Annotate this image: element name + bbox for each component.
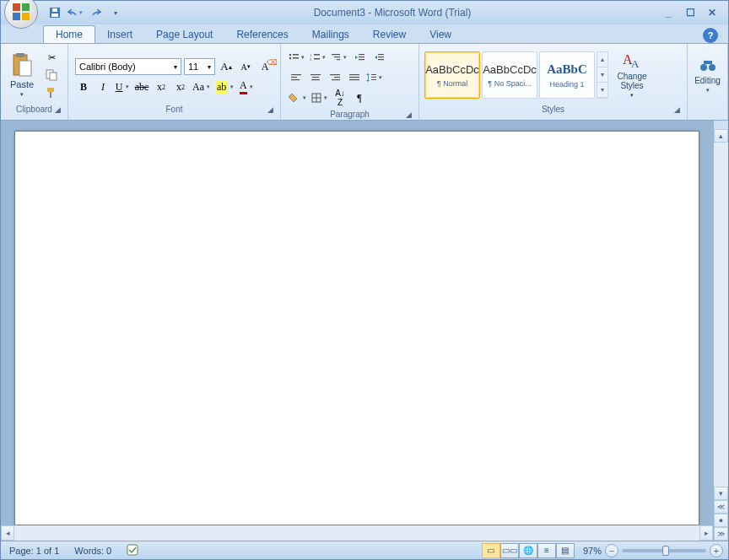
- underline-button[interactable]: U: [114, 78, 131, 95]
- view-outline-icon[interactable]: ≡: [537, 543, 556, 558]
- multilevel-list-icon[interactable]: [330, 49, 348, 66]
- office-button[interactable]: [4, 0, 38, 29]
- svg-rect-47: [371, 79, 376, 80]
- hscroll-left-icon[interactable]: ◂: [1, 525, 14, 541]
- undo-icon[interactable]: ▾: [67, 4, 84, 21]
- view-full-reading-icon[interactable]: ▭▭: [500, 543, 519, 558]
- tab-insert[interactable]: Insert: [95, 26, 144, 43]
- align-left-icon[interactable]: [288, 69, 305, 86]
- font-label: Font: [165, 105, 182, 114]
- svg-point-54: [709, 64, 716, 71]
- save-icon[interactable]: [46, 4, 63, 21]
- status-page[interactable]: Page: 1 of 1: [6, 546, 62, 556]
- line-spacing-icon[interactable]: [365, 69, 384, 86]
- svg-rect-29: [378, 54, 384, 55]
- zoom-in-icon[interactable]: +: [710, 544, 723, 557]
- prev-page-icon[interactable]: ≪: [714, 500, 728, 514]
- font-launcher-icon[interactable]: ◢: [265, 105, 275, 116]
- svg-rect-33: [291, 77, 297, 78]
- tab-review[interactable]: Review: [361, 26, 418, 43]
- styles-expand-icon[interactable]: ▾: [597, 83, 608, 98]
- status-words[interactable]: Words: 0: [71, 546, 115, 556]
- redo-icon[interactable]: [87, 4, 104, 21]
- tab-page-layout[interactable]: Page Layout: [144, 26, 224, 43]
- zoom-thumb[interactable]: [662, 546, 669, 556]
- styles-scroll-down-icon[interactable]: ▾: [597, 67, 608, 83]
- style-normal[interactable]: AaBbCcDc¶ Normal: [424, 51, 480, 99]
- font-name-combo[interactable]: Calibri (Body)▾: [75, 58, 181, 75]
- document-page[interactable]: [14, 131, 699, 525]
- cut-icon[interactable]: ✂: [43, 50, 60, 65]
- svg-rect-35: [310, 74, 321, 75]
- decrease-indent-icon[interactable]: [351, 49, 368, 66]
- svg-rect-4: [22, 13, 30, 20]
- zoom-level[interactable]: 97%: [583, 546, 602, 556]
- font-color-button[interactable]: A: [238, 78, 255, 95]
- subscript-button[interactable]: x2: [153, 78, 170, 95]
- split-handle[interactable]: [714, 121, 728, 129]
- change-case-button[interactable]: Aa: [192, 78, 212, 95]
- zoom-slider[interactable]: [622, 549, 706, 552]
- editing-label: Editing: [694, 76, 721, 85]
- highlight-button[interactable]: ab: [214, 78, 235, 95]
- minimize-icon[interactable]: _: [661, 6, 676, 19]
- style-heading-1[interactable]: AaBbCHeading 1: [539, 51, 595, 99]
- svg-rect-27: [359, 57, 364, 57]
- view-print-layout-icon[interactable]: ▭: [482, 543, 500, 558]
- strikethrough-button[interactable]: abc: [133, 78, 150, 95]
- grow-font-icon[interactable]: A▴: [218, 58, 235, 75]
- styles-scroll: ▴ ▾ ▾: [597, 51, 608, 99]
- increase-indent-icon[interactable]: [370, 49, 387, 66]
- sort-icon[interactable]: A↓Z: [332, 89, 348, 106]
- paragraph-launcher-icon[interactable]: ◢: [403, 110, 413, 121]
- show-marks-icon[interactable]: ¶: [351, 89, 368, 106]
- styles-launcher-icon[interactable]: ◢: [672, 105, 682, 116]
- svg-rect-56: [127, 545, 138, 555]
- maximize-icon[interactable]: ☐: [683, 6, 698, 19]
- tab-view[interactable]: View: [418, 26, 463, 43]
- format-painter-icon[interactable]: [43, 85, 60, 100]
- vscroll-down-icon[interactable]: ▾: [714, 487, 728, 500]
- tab-mailings[interactable]: Mailings: [300, 26, 361, 43]
- paste-button[interactable]: Paste ▾: [4, 46, 40, 104]
- tab-home[interactable]: Home: [43, 25, 95, 43]
- numbering-icon[interactable]: 12: [309, 49, 327, 66]
- change-styles-button[interactable]: AA Change Styles▾: [612, 46, 652, 104]
- editing-button[interactable]: Editing▾: [691, 46, 724, 104]
- shrink-font-icon[interactable]: A▾: [237, 58, 254, 75]
- ribbon-tabs: Home Insert Page Layout References Maili…: [1, 24, 728, 43]
- vscroll-track[interactable]: [714, 143, 728, 487]
- qat-customize-icon[interactable]: ▾: [107, 4, 124, 21]
- status-proofing-icon[interactable]: [123, 544, 142, 557]
- italic-button[interactable]: I: [94, 78, 111, 95]
- styles-scroll-up-icon[interactable]: ▴: [597, 52, 608, 67]
- font-size-combo[interactable]: 11▾: [184, 58, 215, 75]
- hscroll-track[interactable]: [14, 525, 699, 541]
- shading-icon[interactable]: [288, 89, 308, 106]
- copy-icon[interactable]: [43, 67, 60, 83]
- superscript-button[interactable]: x2: [172, 78, 189, 95]
- group-clipboard: Paste ▾ ✂ Clipboard◢: [1, 44, 68, 120]
- hscroll-right-icon[interactable]: ▸: [699, 525, 713, 541]
- svg-rect-25: [337, 59, 340, 60]
- help-icon[interactable]: ?: [703, 28, 718, 43]
- svg-point-17: [289, 57, 291, 59]
- align-center-icon[interactable]: [307, 69, 324, 86]
- svg-rect-28: [359, 59, 364, 60]
- bold-button[interactable]: B: [75, 78, 92, 95]
- borders-icon[interactable]: [310, 89, 329, 106]
- close-icon[interactable]: ✕: [705, 6, 720, 19]
- view-web-layout-icon[interactable]: 🌐: [519, 543, 537, 558]
- next-page-icon[interactable]: ≫: [714, 527, 728, 541]
- align-right-icon[interactable]: [327, 69, 343, 86]
- style-no-spacing[interactable]: AaBbCcDc¶ No Spaci...: [482, 51, 537, 99]
- view-draft-icon[interactable]: ▤: [556, 543, 575, 558]
- tab-references[interactable]: References: [224, 26, 300, 43]
- browse-object-icon[interactable]: ●: [714, 514, 728, 527]
- zoom-out-icon[interactable]: −: [605, 544, 618, 557]
- vscroll-up-icon[interactable]: ▴: [714, 129, 728, 143]
- clear-formatting-icon[interactable]: A⌫: [256, 58, 273, 75]
- clipboard-launcher-icon[interactable]: ◢: [52, 105, 62, 116]
- bullets-icon[interactable]: [288, 49, 306, 66]
- justify-icon[interactable]: [346, 69, 363, 86]
